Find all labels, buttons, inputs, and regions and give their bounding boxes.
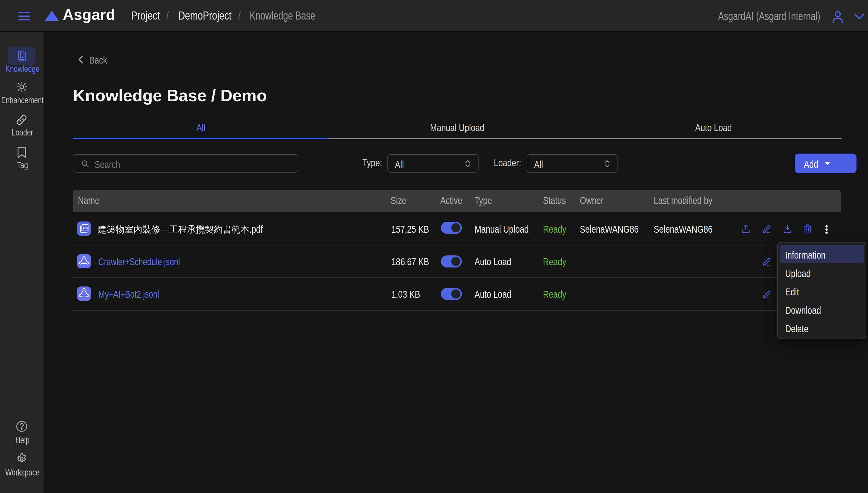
svg-text:PDF: PDF [83, 227, 88, 230]
